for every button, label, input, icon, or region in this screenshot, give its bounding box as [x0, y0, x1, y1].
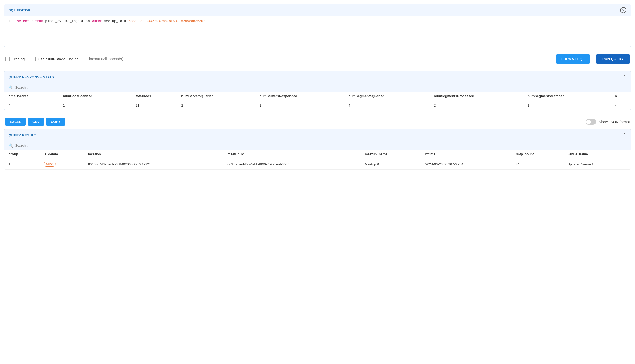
- col-numServersQueried: numServersQueried: [177, 92, 255, 101]
- cell-location: 80403c743eb7cbb3c8402663d6c7219221: [84, 159, 223, 170]
- col-timeUsedMs: timeUsedMs: [4, 92, 59, 101]
- col-venue_name: venue_name: [563, 150, 631, 159]
- export-bar: EXCEL CSV COPY Show JSON format: [4, 115, 631, 129]
- sql-editor-header: SQL EDITOR ?: [4, 4, 631, 16]
- stats-section: QUERY RESPONSE STATS ⌃ 🔍 timeUsedMs numD…: [4, 71, 631, 110]
- stats-title: QUERY RESPONSE STATS: [9, 75, 54, 79]
- stats-search-input[interactable]: [15, 86, 626, 89]
- tracing-checkbox[interactable]: [5, 57, 10, 61]
- stats-table-row: 4 1 11 1 1 4 2 1 4: [4, 101, 631, 110]
- json-format-toggle[interactable]: [586, 119, 596, 125]
- tracing-checkbox-group[interactable]: Tracing: [5, 57, 25, 61]
- cell-numDocsScanned: 1: [59, 101, 131, 110]
- sql-value: 'cc3fbaca-445c-4ebb-8f60-7b2a5eab3530': [128, 19, 205, 23]
- cell-rsvp_count: 84: [511, 159, 563, 170]
- sql-code[interactable]: select * from pinot_dynamo_ingestion WHE…: [17, 19, 626, 44]
- sql-where: WHERE: [92, 19, 102, 23]
- result-title: QUERY RESULT: [9, 133, 36, 137]
- cell-timeUsedMs: 4: [4, 101, 59, 110]
- result-table-header-row: group is_delete location meetup_id meetu…: [4, 150, 631, 159]
- json-format-label: Show JSON format: [599, 120, 630, 124]
- sql-editor-title: SQL EDITOR: [9, 8, 30, 12]
- help-icon[interactable]: ?: [620, 7, 626, 13]
- result-table-row: 1 false 80403c743eb7cbb3c8402663d6c72192…: [4, 159, 631, 170]
- col-numSegmentsProcessed: numSegmentsProcessed: [430, 92, 523, 101]
- sql-from: from: [35, 19, 43, 23]
- result-search-icon: 🔍: [9, 143, 13, 148]
- sql-condition: meetup_id =: [104, 19, 129, 23]
- col-n: n: [611, 92, 631, 101]
- cell-group: 1: [4, 159, 39, 170]
- json-toggle-area: Show JSON format: [586, 119, 630, 125]
- tracing-label: Tracing: [12, 57, 25, 61]
- sql-select: select: [17, 19, 29, 23]
- col-numDocsScanned: numDocsScanned: [59, 92, 131, 101]
- result-search-bar: 🔍: [4, 141, 631, 150]
- cell-numServersResponded: 1: [255, 101, 344, 110]
- line-number: 1: [9, 19, 14, 44]
- col-totalDocs: totalDocs: [131, 92, 177, 101]
- result-section: QUERY RESULT ⌃ 🔍 group is_delete locatio…: [4, 129, 631, 170]
- sql-table: pinot_dynamo_ingestion: [45, 19, 92, 23]
- cell-mtime: 2024-06-23 06:26:56.204: [421, 159, 511, 170]
- cell-meetup_name: Meetup 9: [361, 159, 421, 170]
- cell-totalDocs: 11: [131, 101, 177, 110]
- col-meetup_id: meetup_id: [223, 150, 361, 159]
- cell-numSegmentsQueried: 4: [344, 101, 430, 110]
- timeout-input[interactable]: [85, 56, 163, 62]
- format-sql-button[interactable]: FORMAT SQL: [556, 54, 590, 64]
- col-location: location: [84, 150, 223, 159]
- run-query-button[interactable]: RUN QUERY: [596, 54, 630, 64]
- multi-stage-label: Use Multi-Stage Engine: [38, 57, 79, 61]
- sql-from-pre: *: [31, 19, 35, 23]
- copy-button[interactable]: COPY: [46, 118, 65, 126]
- cell-numSegmentsMatched: 1: [523, 101, 611, 110]
- cell-numServersQueried: 1: [177, 101, 255, 110]
- controls-bar: Tracing Use Multi-Stage Engine FORMAT SQ…: [4, 51, 631, 67]
- result-header: QUERY RESULT ⌃: [4, 129, 631, 141]
- csv-button[interactable]: CSV: [28, 118, 44, 126]
- cell-extra: 4: [611, 101, 631, 110]
- col-group: group: [4, 150, 39, 159]
- col-meetup_name: meetup_name: [361, 150, 421, 159]
- result-collapse-icon[interactable]: ⌃: [623, 132, 626, 138]
- col-rsvp_count: rsvp_count: [511, 150, 563, 159]
- cell-venue_name: Updated Venue 1: [563, 159, 631, 170]
- cell-is_delete: false: [39, 159, 84, 170]
- col-numServersResponded: numServersResponded: [255, 92, 344, 101]
- col-is_delete: is_delete: [39, 150, 84, 159]
- cell-meetup_id: cc3fbaca-445c-4ebb-8f60-7b2a5eab3530: [223, 159, 361, 170]
- stats-search-icon: 🔍: [9, 85, 13, 89]
- cell-numSegmentsProcessed: 2: [430, 101, 523, 110]
- col-mtime: mtime: [421, 150, 511, 159]
- multi-stage-checkbox-group[interactable]: Use Multi-Stage Engine: [31, 57, 79, 61]
- multi-stage-checkbox[interactable]: [31, 57, 36, 61]
- excel-button[interactable]: EXCEL: [5, 118, 26, 126]
- stats-search-bar: 🔍: [4, 83, 631, 92]
- stats-table: timeUsedMs numDocsScanned totalDocs numS…: [4, 92, 631, 110]
- col-numSegmentsQueried: numSegmentsQueried: [344, 92, 430, 101]
- sql-editor-body[interactable]: 1 select * from pinot_dynamo_ingestion W…: [4, 16, 631, 47]
- stats-header: QUERY RESPONSE STATS ⌃: [4, 71, 631, 83]
- result-table: group is_delete location meetup_id meetu…: [4, 150, 631, 170]
- stats-table-header-row: timeUsedMs numDocsScanned totalDocs numS…: [4, 92, 631, 101]
- stats-collapse-icon[interactable]: ⌃: [623, 74, 626, 80]
- col-numSegmentsMatched: numSegmentsMatched: [523, 92, 611, 101]
- false-badge: false: [44, 162, 56, 167]
- result-search-input[interactable]: [15, 144, 626, 148]
- sql-editor-section: SQL EDITOR ? 1 select * from pinot_dynam…: [4, 4, 631, 47]
